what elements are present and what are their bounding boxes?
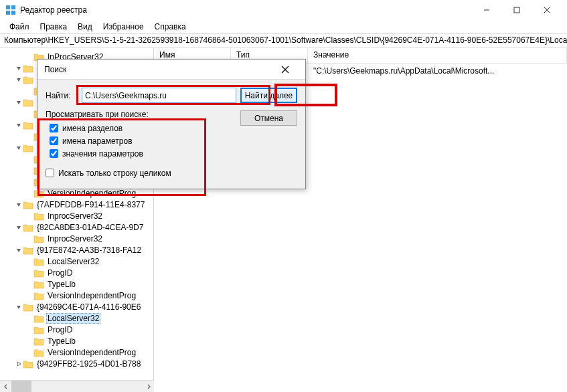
tree-twisty-icon[interactable]	[25, 132, 33, 140]
folder-icon	[23, 246, 33, 255]
tree-twisty-icon[interactable]	[15, 76, 23, 84]
check-keys-label[interactable]: имена разделов	[62, 124, 123, 133]
tree-item-label: TypeLib	[46, 280, 77, 289]
maximize-button[interactable]	[501, 0, 532, 20]
tree-item[interactable]: ProgID	[0, 324, 153, 335]
check-data-row[interactable]: значения параметров	[46, 147, 297, 160]
check-data[interactable]	[50, 149, 58, 158]
tree-twisty-icon[interactable]	[15, 144, 23, 152]
tree-hscrollbar[interactable]	[0, 380, 154, 392]
tree-item-label: VersionIndependentProg	[46, 291, 137, 300]
tree-item[interactable]: ProgID	[0, 267, 153, 278]
scroll-track[interactable]	[11, 381, 143, 392]
tree-item[interactable]: {82CA8DE3-01AD-4CEA-9D7	[0, 221, 153, 233]
address-bar[interactable]: Компьютер\HKEY_USERS\S-1-5-21-3262593918…	[0, 33, 567, 48]
menu-help[interactable]: Справка	[149, 21, 191, 33]
check-whole-row[interactable]: Искать только строку целиком	[46, 167, 297, 179]
scroll-left-button[interactable]	[0, 381, 11, 392]
tree-item[interactable]: TypeLib	[0, 335, 153, 347]
tree-twisty-icon[interactable]	[15, 360, 23, 368]
check-data-label[interactable]: значения параметров	[62, 149, 143, 159]
dialog-close-button[interactable]	[272, 60, 299, 79]
check-whole-label[interactable]: Искать только строку целиком	[58, 169, 171, 178]
tree-item[interactable]: {917E8742-AA3B-7318-FA12	[0, 244, 153, 256]
svg-rect-5	[514, 7, 519, 13]
cell-data: "C:\Users\Geekmaps.ru\AppData\Local\Micr…	[308, 66, 567, 76]
tree-twisty-icon[interactable]	[25, 167, 33, 175]
tree-twisty-icon[interactable]	[25, 235, 33, 243]
tree-twisty-icon[interactable]	[25, 326, 33, 334]
tree-item-label: TypeLib	[46, 336, 77, 346]
tree-twisty-icon[interactable]	[25, 189, 33, 197]
minimize-button[interactable]	[471, 0, 501, 20]
tree-item[interactable]: {9429FFB2-1925-4D01-B788	[0, 358, 153, 369]
scroll-thumb[interactable]	[11, 381, 31, 392]
scroll-right-button[interactable]	[143, 381, 154, 392]
folder-icon	[33, 336, 44, 346]
tree-item-label: VersionIndependentProg	[46, 348, 137, 357]
tree-item-label: InprocServer32	[46, 211, 104, 221]
tree-twisty-icon[interactable]	[25, 280, 33, 288]
svg-rect-3	[11, 11, 15, 15]
folder-icon	[33, 268, 44, 278]
tree-item-label: {7AFDFDDB-F914-11E4-8377	[35, 200, 146, 209]
tree-twisty-icon[interactable]	[25, 212, 33, 220]
folder-icon	[33, 257, 44, 266]
find-next-button[interactable]: Найти далее	[240, 88, 297, 103]
tree-twisty-icon[interactable]	[25, 258, 33, 266]
menu-file[interactable]: Файл	[4, 21, 35, 33]
tree-item-label: {94269C4E-071A-4116-90E6	[35, 302, 142, 312]
menu-edit[interactable]: Правка	[35, 21, 73, 33]
check-keys[interactable]	[50, 124, 58, 132]
dialog-titlebar[interactable]: Поиск	[37, 60, 305, 80]
tree-twisty-icon[interactable]	[15, 98, 23, 106]
tree-twisty-icon[interactable]	[25, 110, 33, 118]
tree-item[interactable]: {94269C4E-071A-4116-90E6	[0, 301, 153, 312]
tree-twisty-icon[interactable]	[25, 349, 33, 357]
check-whole[interactable]	[46, 169, 54, 177]
check-values-label[interactable]: имена параметров	[62, 136, 133, 146]
tree-item[interactable]: TypeLib	[0, 278, 153, 290]
tree-item[interactable]: VersionIndependentProg	[0, 290, 153, 301]
folder-icon	[33, 325, 44, 334]
folder-icon	[23, 64, 33, 73]
check-values-row[interactable]: имена параметров	[46, 134, 297, 147]
tree-twisty-icon[interactable]	[15, 246, 23, 254]
tree-item[interactable]: VersionIndependentProg	[0, 347, 153, 358]
tree-twisty-icon[interactable]	[25, 87, 33, 95]
folder-icon	[33, 314, 44, 323]
folder-icon	[23, 75, 33, 84]
cancel-button[interactable]: Отмена	[240, 110, 297, 126]
tree-item[interactable]: InprocServer32	[0, 233, 153, 244]
tree-twisty-icon[interactable]	[15, 303, 23, 311]
tree-twisty-icon[interactable]	[15, 121, 23, 129]
tree-item[interactable]: LocalServer32	[0, 256, 153, 267]
col-data[interactable]: Значение	[308, 48, 567, 63]
close-button[interactable]	[532, 0, 562, 20]
tree-item[interactable]: InprocServer32	[0, 210, 153, 221]
check-values[interactable]	[50, 136, 58, 145]
tree-twisty-icon[interactable]	[25, 178, 33, 186]
svg-rect-0	[6, 5, 10, 9]
tree-item[interactable]: LocalServer32	[0, 312, 153, 324]
tree-twisty-icon[interactable]	[25, 53, 33, 61]
find-input[interactable]	[82, 88, 236, 103]
tree-item[interactable]: {7AFDFDDB-F914-11E4-8377	[0, 199, 153, 210]
menu-view[interactable]: Вид	[72, 21, 98, 33]
tree-item-label: InprocServer32	[46, 234, 104, 243]
tree-twisty-icon[interactable]	[25, 269, 33, 277]
folder-icon	[23, 98, 33, 107]
tree-twisty-icon[interactable]	[25, 314, 33, 322]
folder-icon	[33, 348, 44, 357]
tree-twisty-icon[interactable]	[15, 201, 23, 209]
menu-favorites[interactable]: Избранное	[98, 21, 149, 33]
tree-twisty-icon[interactable]	[25, 337, 33, 345]
tree-twisty-icon[interactable]	[15, 64, 23, 72]
tree-twisty-icon[interactable]	[25, 292, 33, 300]
tree-twisty-icon[interactable]	[25, 155, 33, 163]
folder-icon	[33, 189, 44, 198]
tree-item-label: ProgID	[46, 268, 74, 278]
tree-item-label: {82CA8DE3-01AD-4CEA-9D7	[35, 223, 145, 232]
tree-twisty-icon[interactable]	[15, 223, 23, 231]
app-icon	[5, 5, 16, 15]
